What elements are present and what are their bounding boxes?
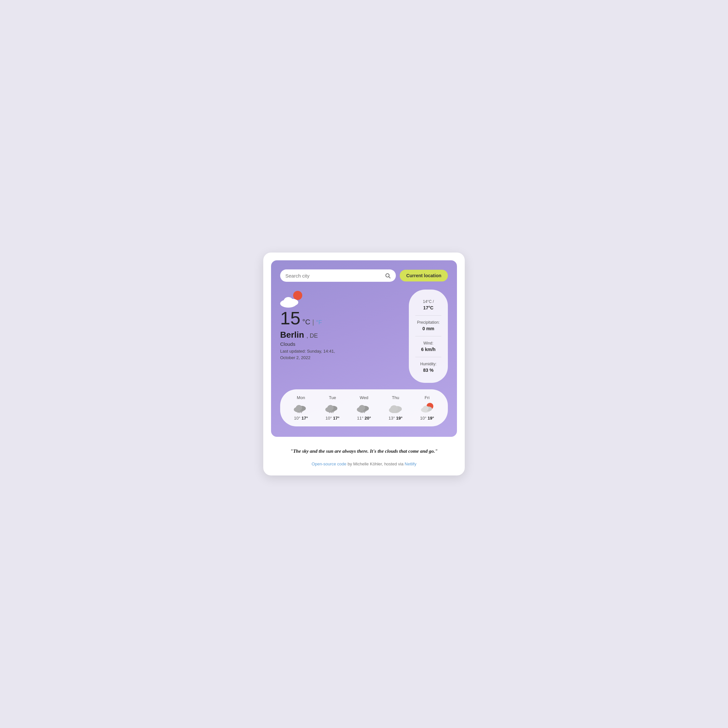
forecast-day-fri: Fri 10° 19° [414, 395, 440, 421]
forecast-icon-tue [325, 402, 340, 414]
city-country: , DE [306, 332, 318, 339]
stat-precipitation: Precipitation: 0 mm [415, 315, 441, 336]
svg-point-19 [359, 405, 365, 411]
forecast-temps-thu: 13° 19° [389, 416, 403, 421]
svg-line-1 [389, 277, 390, 278]
weather-description: Clouds [280, 341, 402, 347]
svg-point-4 [284, 297, 293, 305]
forecast-temps-mon: 10° 17° [294, 416, 308, 421]
weather-icon-large [280, 289, 306, 309]
unit-celsius: °C [302, 318, 310, 326]
weather-right: 14°C / 17°C Precipitation: 0 mm Wind: 6 … [409, 289, 448, 383]
search-button[interactable] [385, 273, 391, 278]
weather-content: 15 °C | °F Berlin , DE Clouds Last updat… [280, 289, 448, 383]
forecast-icon-thu [388, 402, 403, 414]
footer-link-opensource[interactable]: Open-source code [312, 462, 346, 466]
forecast-day-tue: Tue 10° 17° [320, 395, 346, 421]
forecast-day-wed: Wed 11° 20° [351, 395, 377, 421]
forecast-icon-fri [420, 402, 434, 414]
stat-wind: Wind: 6 km/h [415, 336, 441, 357]
svg-point-25 [390, 405, 398, 411]
city-name: Berlin , DE [280, 330, 402, 340]
temperature-value: 15 [280, 309, 300, 327]
forecast-icon-wed [357, 402, 371, 414]
footer-link-netlify[interactable]: Netlify [405, 462, 416, 466]
search-input[interactable] [285, 273, 382, 278]
stat-minmax: 14°C / 17°C [415, 295, 441, 315]
cloud-icon [280, 293, 304, 309]
footer: Open-source code by Michelle Köhler, hos… [271, 457, 457, 468]
search-icon [385, 273, 391, 278]
forecast-icon-mon [294, 402, 308, 414]
forecast-temps-wed: 11° 20° [357, 416, 371, 421]
svg-point-7 [296, 405, 302, 411]
forecast-day-thu: Thu 13° 19° [382, 395, 408, 421]
search-row: Current location [280, 269, 448, 282]
forecast-temps-fri: 10° 19° [420, 416, 434, 421]
unit-fahrenheit-toggle[interactable]: °F [316, 319, 322, 326]
stat-humidity: Humidity: 83 % [415, 357, 441, 378]
svg-point-13 [327, 405, 333, 411]
search-container [280, 269, 396, 282]
current-location-button[interactable]: Current location [400, 270, 448, 281]
weather-left: 15 °C | °F Berlin , DE Clouds Last updat… [280, 289, 402, 383]
last-updated: Last updated: Sunday, 14:41, October 2, … [280, 348, 402, 361]
stats-panel: 14°C / 17°C Precipitation: 0 mm Wind: 6 … [409, 289, 448, 383]
temperature-row: 15 °C | °F [280, 309, 402, 327]
svg-point-29 [423, 405, 429, 411]
forecast-strip: Mon 10° 17° Tue [280, 389, 448, 427]
main-card: Current location [271, 260, 457, 437]
quote-section: "The sky and the sun are always there. I… [271, 442, 457, 457]
forecast-day-mon: Mon 10° 17° [288, 395, 314, 421]
forecast-temps-tue: 10° 17° [326, 416, 340, 421]
outer-card: Current location [263, 252, 465, 476]
